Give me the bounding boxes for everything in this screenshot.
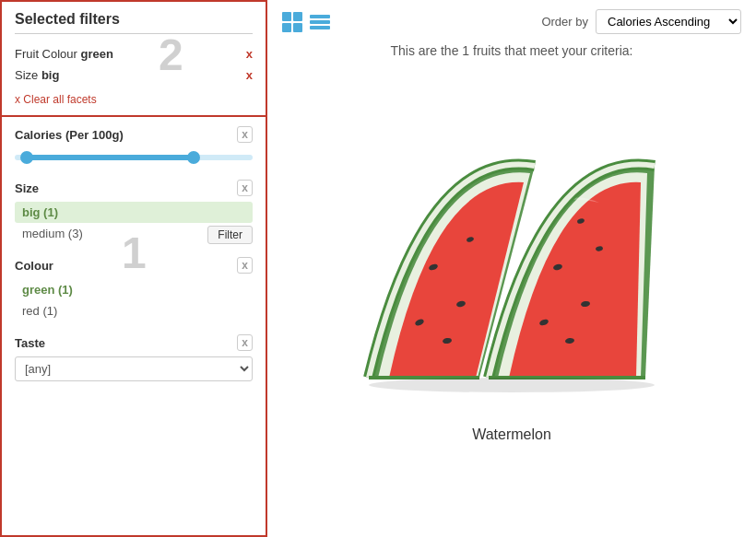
- size-close[interactable]: x: [237, 180, 253, 196]
- results-text: This are the 1 fruits that meet your cri…: [282, 43, 741, 58]
- grid-cell-1: [282, 12, 291, 21]
- toolbar: Order by Calories Ascending Calories Des…: [282, 9, 741, 34]
- clear-all-facets[interactable]: x Clear all facets: [15, 93, 253, 106]
- colour-close[interactable]: x: [237, 257, 253, 274]
- grid-view-button[interactable]: [282, 12, 302, 32]
- colour-facet: Colour x green (1) red (1): [15, 257, 253, 321]
- size-filter-button[interactable]: Filter: [207, 226, 253, 244]
- range-thumb-left[interactable]: [20, 151, 33, 164]
- colour-label: Colour: [15, 259, 53, 273]
- watermelon-svg: [313, 74, 710, 414]
- size-item-medium[interactable]: medium (3): [15, 223, 90, 244]
- product-card: Watermelon: [282, 69, 741, 443]
- range-thumb-right[interactable]: [187, 151, 200, 164]
- list-view-button[interactable]: [310, 14, 330, 30]
- taste-close[interactable]: x: [237, 334, 253, 351]
- grid-cell-2: [293, 12, 302, 21]
- size-label: Size: [15, 181, 39, 195]
- toolbar-right: Order by Calories Ascending Calories Des…: [541, 9, 741, 34]
- range-fill: [27, 155, 194, 160]
- colour-header: Colour x: [15, 257, 253, 274]
- calories-range[interactable]: [15, 148, 253, 167]
- product-name: Watermelon: [472, 426, 551, 443]
- order-by-select[interactable]: Calories Ascending Calories Descending N…: [596, 9, 741, 34]
- colour-item-green[interactable]: green (1): [15, 279, 253, 300]
- filter-tag-size-text: Size big: [15, 68, 59, 82]
- selected-filters-title: Selected filters: [15, 11, 253, 34]
- facet-filters-panel: 1 Calories (Per 100g) x Size x big (1): [2, 117, 266, 535]
- size-item-big[interactable]: big (1): [15, 202, 253, 223]
- taste-facet: Taste x [any] sweet sour bitter: [15, 334, 253, 381]
- list-line-1: [310, 15, 330, 18]
- filter-tag-colour-text: Fruit Colour green: [15, 47, 113, 61]
- taste-header: Taste x: [15, 334, 253, 351]
- calories-close[interactable]: x: [237, 126, 253, 143]
- sidebar: Selected filters Fruit Colour green x Si…: [0, 0, 267, 537]
- list-line-2: [310, 20, 330, 24]
- main-content: Order by Calories Ascending Calories Des…: [267, 0, 756, 537]
- calories-header: Calories (Per 100g) x: [15, 126, 253, 143]
- filter-colour-value: green: [81, 47, 113, 61]
- toolbar-left: [282, 12, 330, 32]
- grid-cell-4: [293, 23, 302, 32]
- size-facet: Size x big (1) medium (3) Filter: [15, 180, 253, 244]
- filter-tag-colour: Fruit Colour green x: [15, 43, 253, 64]
- size-header: Size x: [15, 180, 253, 196]
- calories-facet: Calories (Per 100g) x: [15, 126, 253, 167]
- selected-filters-panel: Selected filters Fruit Colour green x Si…: [2, 2, 266, 117]
- remove-size-filter[interactable]: x: [246, 68, 253, 82]
- remove-colour-filter[interactable]: x: [246, 47, 253, 61]
- list-line-3: [310, 26, 330, 29]
- svg-point-14: [369, 378, 655, 392]
- taste-dropdown[interactable]: [any] sweet sour bitter: [15, 356, 253, 381]
- order-by-label: Order by: [541, 15, 588, 29]
- product-image: [313, 69, 710, 419]
- filter-tag-size: Size big x: [15, 64, 253, 86]
- filter-size-value: big: [41, 68, 60, 82]
- calories-label: Calories (Per 100g): [15, 128, 124, 142]
- taste-label: Taste: [15, 336, 45, 350]
- colour-item-red[interactable]: red (1): [15, 300, 253, 321]
- grid-cell-3: [282, 23, 291, 32]
